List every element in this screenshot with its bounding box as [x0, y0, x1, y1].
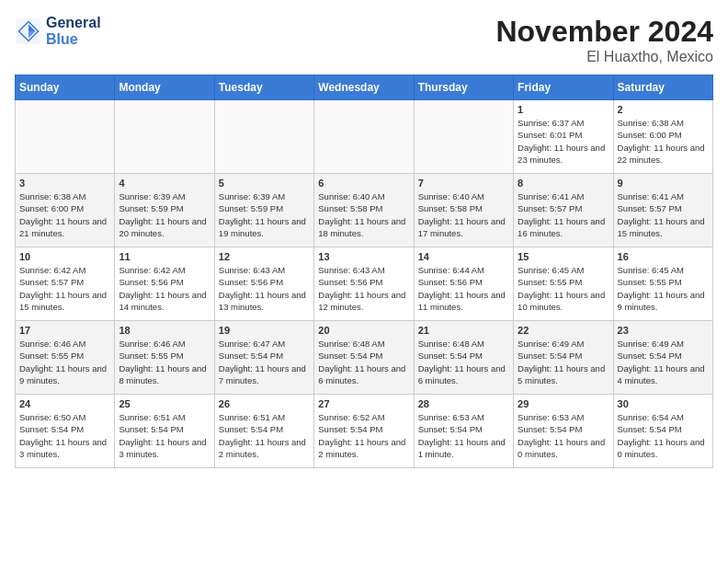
day-number: 8: [518, 178, 609, 189]
logo-text: General Blue: [46, 15, 101, 48]
calendar-day-cell: 13Sunrise: 6:43 AM Sunset: 5:56 PM Dayli…: [314, 247, 414, 321]
calendar-day-cell: 18Sunrise: 6:46 AM Sunset: 5:55 PM Dayli…: [115, 321, 214, 395]
calendar-day-cell: 2Sunrise: 6:38 AM Sunset: 6:00 PM Daylig…: [613, 100, 712, 174]
calendar-week-row: 10Sunrise: 6:42 AM Sunset: 5:57 PM Dayli…: [16, 247, 713, 321]
month-title: November 2024: [495, 15, 713, 49]
day-info: Sunrise: 6:42 AM Sunset: 5:57 PM Dayligh…: [19, 264, 110, 313]
calendar-week-row: 1Sunrise: 6:37 AM Sunset: 6:01 PM Daylig…: [16, 100, 713, 174]
weekday-header: Thursday: [414, 75, 513, 100]
day-info: Sunrise: 6:43 AM Sunset: 5:56 PM Dayligh…: [318, 264, 409, 313]
calendar-day-cell: 17Sunrise: 6:46 AM Sunset: 5:55 PM Dayli…: [16, 321, 115, 395]
day-info: Sunrise: 6:38 AM Sunset: 6:00 PM Dayligh…: [19, 190, 110, 239]
calendar-day-cell: 9Sunrise: 6:41 AM Sunset: 5:57 PM Daylig…: [613, 174, 712, 247]
day-number: 9: [618, 178, 709, 189]
day-info: Sunrise: 6:46 AM Sunset: 5:55 PM Dayligh…: [119, 338, 210, 386]
location: El Huaxtho, Mexico: [495, 49, 713, 65]
day-number: 21: [418, 325, 509, 336]
day-number: 19: [219, 325, 310, 336]
day-number: 11: [119, 251, 210, 262]
day-number: 5: [219, 178, 310, 189]
day-number: 25: [119, 398, 210, 409]
day-number: 24: [19, 398, 110, 409]
day-info: Sunrise: 6:50 AM Sunset: 5:54 PM Dayligh…: [19, 411, 110, 460]
calendar-day-cell: 5Sunrise: 6:39 AM Sunset: 5:59 PM Daylig…: [214, 174, 313, 247]
calendar-day-cell: [414, 100, 513, 174]
day-info: Sunrise: 6:47 AM Sunset: 5:54 PM Dayligh…: [219, 338, 310, 386]
weekday-header: Sunday: [16, 75, 115, 100]
day-info: Sunrise: 6:49 AM Sunset: 5:54 PM Dayligh…: [518, 338, 609, 386]
day-number: 4: [119, 178, 210, 189]
calendar-day-cell: 20Sunrise: 6:48 AM Sunset: 5:54 PM Dayli…: [314, 321, 414, 395]
day-info: Sunrise: 6:53 AM Sunset: 5:54 PM Dayligh…: [518, 411, 609, 460]
day-info: Sunrise: 6:41 AM Sunset: 5:57 PM Dayligh…: [518, 190, 609, 239]
day-info: Sunrise: 6:52 AM Sunset: 5:54 PM Dayligh…: [318, 411, 409, 460]
calendar-week-row: 3Sunrise: 6:38 AM Sunset: 6:00 PM Daylig…: [16, 174, 713, 247]
calendar-day-cell: 4Sunrise: 6:39 AM Sunset: 5:59 PM Daylig…: [115, 174, 214, 247]
calendar-day-cell: 23Sunrise: 6:49 AM Sunset: 5:54 PM Dayli…: [613, 321, 712, 395]
day-info: Sunrise: 6:46 AM Sunset: 5:55 PM Dayligh…: [19, 338, 110, 386]
day-number: 27: [318, 398, 409, 409]
day-info: Sunrise: 6:39 AM Sunset: 5:59 PM Dayligh…: [219, 190, 310, 239]
day-info: Sunrise: 6:51 AM Sunset: 5:54 PM Dayligh…: [219, 411, 310, 460]
calendar-day-cell: 6Sunrise: 6:40 AM Sunset: 5:58 PM Daylig…: [314, 174, 414, 247]
calendar-day-cell: 1Sunrise: 6:37 AM Sunset: 6:01 PM Daylig…: [514, 100, 613, 174]
calendar-day-cell: 16Sunrise: 6:45 AM Sunset: 5:55 PM Dayli…: [613, 247, 712, 321]
calendar-day-cell: 11Sunrise: 6:42 AM Sunset: 5:56 PM Dayli…: [115, 247, 214, 321]
day-number: 20: [318, 325, 409, 336]
weekday-header: Tuesday: [214, 75, 313, 100]
weekday-header: Friday: [514, 75, 613, 100]
weekday-header: Monday: [115, 75, 214, 100]
day-number: 6: [318, 178, 409, 189]
calendar-day-cell: 25Sunrise: 6:51 AM Sunset: 5:54 PM Dayli…: [115, 395, 214, 468]
day-number: 3: [19, 178, 110, 189]
calendar-week-row: 17Sunrise: 6:46 AM Sunset: 5:55 PM Dayli…: [16, 321, 713, 395]
calendar-day-cell: 15Sunrise: 6:45 AM Sunset: 5:55 PM Dayli…: [514, 247, 613, 321]
day-number: 22: [518, 325, 609, 336]
day-number: 26: [219, 398, 310, 409]
day-info: Sunrise: 6:45 AM Sunset: 5:55 PM Dayligh…: [618, 264, 709, 313]
day-number: 14: [418, 251, 509, 262]
calendar-day-cell: [214, 100, 313, 174]
calendar-day-cell: 27Sunrise: 6:52 AM Sunset: 5:54 PM Dayli…: [314, 395, 414, 468]
day-info: Sunrise: 6:48 AM Sunset: 5:54 PM Dayligh…: [418, 338, 509, 386]
day-number: 29: [518, 398, 609, 409]
weekday-header: Saturday: [613, 75, 712, 100]
day-number: 18: [119, 325, 210, 336]
calendar-day-cell: 3Sunrise: 6:38 AM Sunset: 6:00 PM Daylig…: [16, 174, 115, 247]
page-header: General Blue November 2024 El Huaxtho, M…: [15, 15, 713, 65]
weekday-header: Wednesday: [314, 75, 414, 100]
day-info: Sunrise: 6:54 AM Sunset: 5:54 PM Dayligh…: [618, 411, 709, 460]
day-info: Sunrise: 6:42 AM Sunset: 5:56 PM Dayligh…: [119, 264, 210, 313]
day-info: Sunrise: 6:44 AM Sunset: 5:56 PM Dayligh…: [418, 264, 509, 313]
calendar-day-cell: 12Sunrise: 6:43 AM Sunset: 5:56 PM Dayli…: [214, 247, 313, 321]
calendar-week-row: 24Sunrise: 6:50 AM Sunset: 5:54 PM Dayli…: [16, 395, 713, 468]
day-number: 15: [518, 251, 609, 262]
calendar-day-cell: 24Sunrise: 6:50 AM Sunset: 5:54 PM Dayli…: [16, 395, 115, 468]
day-info: Sunrise: 6:43 AM Sunset: 5:56 PM Dayligh…: [219, 264, 310, 313]
day-number: 17: [19, 325, 110, 336]
day-info: Sunrise: 6:40 AM Sunset: 5:58 PM Dayligh…: [318, 190, 409, 239]
day-number: 7: [418, 178, 509, 189]
day-info: Sunrise: 6:40 AM Sunset: 5:58 PM Dayligh…: [418, 190, 509, 239]
calendar-day-cell: 30Sunrise: 6:54 AM Sunset: 5:54 PM Dayli…: [613, 395, 712, 468]
calendar-day-cell: 26Sunrise: 6:51 AM Sunset: 5:54 PM Dayli…: [214, 395, 313, 468]
day-info: Sunrise: 6:39 AM Sunset: 5:59 PM Dayligh…: [119, 190, 210, 239]
calendar-day-cell: [16, 100, 115, 174]
day-number: 10: [19, 251, 110, 262]
calendar-day-cell: 10Sunrise: 6:42 AM Sunset: 5:57 PM Dayli…: [16, 247, 115, 321]
calendar-day-cell: 7Sunrise: 6:40 AM Sunset: 5:58 PM Daylig…: [414, 174, 513, 247]
day-number: 2: [618, 104, 709, 115]
calendar-table: SundayMondayTuesdayWednesdayThursdayFrid…: [15, 75, 713, 468]
calendar-day-cell: [314, 100, 414, 174]
calendar-day-cell: 28Sunrise: 6:53 AM Sunset: 5:54 PM Dayli…: [414, 395, 513, 468]
day-info: Sunrise: 6:41 AM Sunset: 5:57 PM Dayligh…: [618, 190, 709, 239]
day-info: Sunrise: 6:49 AM Sunset: 5:54 PM Dayligh…: [618, 338, 709, 386]
day-info: Sunrise: 6:53 AM Sunset: 5:54 PM Dayligh…: [418, 411, 509, 460]
calendar-day-cell: 8Sunrise: 6:41 AM Sunset: 5:57 PM Daylig…: [514, 174, 613, 247]
day-number: 30: [618, 398, 709, 409]
day-info: Sunrise: 6:51 AM Sunset: 5:54 PM Dayligh…: [119, 411, 210, 460]
day-info: Sunrise: 6:45 AM Sunset: 5:55 PM Dayligh…: [518, 264, 609, 313]
title-block: November 2024 El Huaxtho, Mexico: [495, 15, 713, 65]
logo: General Blue: [15, 15, 101, 48]
day-info: Sunrise: 6:48 AM Sunset: 5:54 PM Dayligh…: [318, 338, 409, 386]
